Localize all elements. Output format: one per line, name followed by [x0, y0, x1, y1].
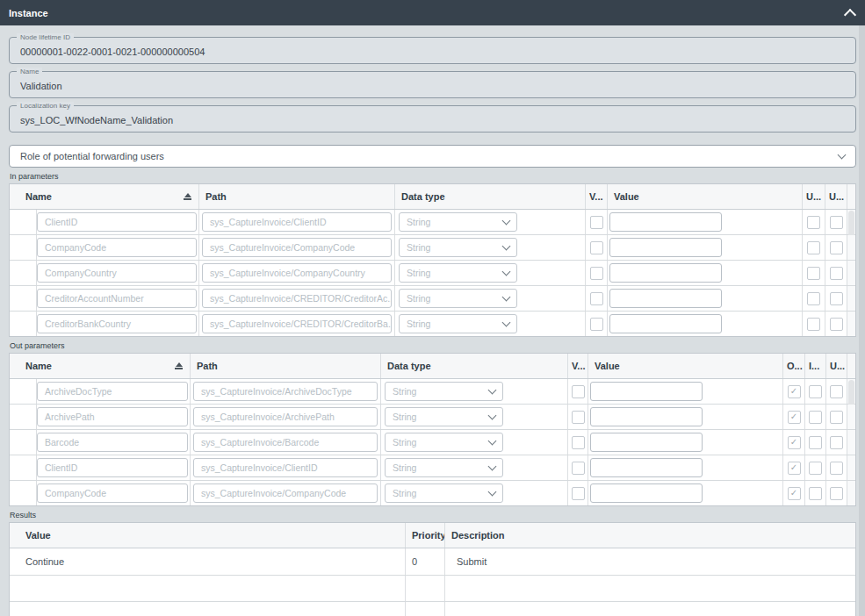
o-checkbox[interactable]	[788, 436, 801, 449]
param-path-input: sys_CaptureInvoice/CompanyCode	[202, 238, 392, 257]
u1-checkbox[interactable]	[807, 292, 820, 305]
u1-checkbox[interactable]	[807, 318, 820, 331]
v-checkbox[interactable]	[590, 267, 603, 280]
sort-icon[interactable]	[184, 193, 191, 200]
data-type-select: String	[385, 483, 503, 503]
v-checkbox[interactable]	[572, 385, 585, 398]
v-checkbox[interactable]	[572, 436, 585, 449]
table-scrollbar[interactable]	[847, 405, 855, 429]
table-scrollbar[interactable]	[847, 455, 855, 480]
collapse-chevron-up-icon[interactable]	[844, 8, 856, 20]
u2-checkbox[interactable]	[830, 241, 843, 254]
table-scrollbar[interactable]	[847, 210, 855, 234]
result-row[interactable]	[10, 601, 855, 616]
result-row[interactable]: Continue 0 Submit	[10, 548, 855, 575]
table-scrollbar[interactable]	[847, 261, 855, 285]
value-input[interactable]	[590, 433, 703, 452]
u-checkbox[interactable]	[830, 411, 843, 424]
v-checkbox[interactable]	[590, 318, 603, 331]
column-header-path[interactable]: Path	[190, 354, 380, 378]
column-header-priority[interactable]: Priority	[405, 523, 444, 548]
value-input[interactable]	[590, 458, 703, 477]
o-checkbox[interactable]	[788, 462, 801, 475]
i-checkbox[interactable]	[809, 411, 822, 424]
panel-content: Node lifetime ID 00000001-0022-0001-0021…	[0, 25, 865, 616]
column-header-name[interactable]: Name	[10, 184, 198, 209]
table-scrollbar[interactable]	[847, 430, 855, 455]
table-scrollbar[interactable]	[847, 286, 855, 311]
v-checkbox[interactable]	[590, 292, 603, 305]
scrollbar-thumb[interactable]	[848, 211, 854, 237]
column-header-v[interactable]: V...	[567, 354, 587, 378]
u-checkbox[interactable]	[830, 487, 843, 500]
u1-checkbox[interactable]	[807, 216, 820, 229]
v-checkbox[interactable]	[590, 241, 603, 254]
o-checkbox[interactable]	[788, 487, 801, 500]
param-name-input: CompanyCountry	[37, 263, 197, 283]
row-handle-cell	[10, 405, 36, 429]
column-header-value[interactable]: Value	[607, 184, 802, 209]
u1-checkbox[interactable]	[807, 241, 820, 254]
u-checkbox[interactable]	[830, 385, 843, 398]
value-input[interactable]	[609, 238, 722, 257]
panel-title: Instance	[9, 8, 48, 18]
name-value: Validation	[20, 81, 62, 91]
param-path-input: sys_CaptureInvoice/CompanyCountry	[202, 263, 392, 283]
i-checkbox[interactable]	[809, 436, 822, 449]
u2-checkbox[interactable]	[830, 216, 843, 229]
value-input[interactable]	[609, 263, 722, 283]
v-checkbox[interactable]	[572, 487, 585, 500]
i-checkbox[interactable]	[809, 385, 822, 398]
i-checkbox[interactable]	[809, 487, 822, 500]
window-scrollbar[interactable]	[859, 25, 865, 616]
table-scrollbar[interactable]	[847, 235, 855, 260]
value-input[interactable]	[590, 407, 703, 426]
chevron-down-icon	[502, 217, 511, 226]
value-input[interactable]	[609, 289, 722, 308]
result-value	[10, 602, 405, 616]
u2-checkbox[interactable]	[830, 267, 843, 280]
row-handle-cell	[10, 430, 36, 455]
column-header-data-type[interactable]: Data type	[394, 184, 585, 209]
node-lifetime-id-label: Node lifetime ID	[17, 33, 74, 41]
table-scrollbar[interactable]	[847, 312, 855, 336]
column-header-i[interactable]: I...	[804, 354, 825, 378]
table-row: CreditorAccountNumber sys_CaptureInvoice…	[10, 285, 855, 311]
column-header-u1[interactable]: U...	[802, 184, 825, 209]
forwarding-role-select[interactable]: Role of potential forwarding users	[9, 145, 856, 168]
column-header-u[interactable]: U...	[825, 354, 847, 378]
u-checkbox[interactable]	[830, 436, 843, 449]
v-checkbox[interactable]	[590, 216, 603, 229]
column-header-path[interactable]: Path	[198, 184, 394, 209]
u2-checkbox[interactable]	[830, 318, 843, 331]
column-header-name[interactable]: Name	[10, 354, 190, 378]
column-header-value[interactable]: Value	[587, 354, 782, 378]
column-header-o[interactable]: O...	[782, 354, 804, 378]
u-checkbox[interactable]	[830, 462, 843, 475]
table-row: ClientID sys_CaptureInvoice/ClientID Str…	[10, 210, 855, 234]
v-checkbox[interactable]	[572, 411, 585, 424]
sort-icon[interactable]	[175, 362, 183, 369]
value-input[interactable]	[609, 212, 722, 232]
o-checkbox[interactable]	[788, 385, 801, 398]
table-scrollbar[interactable]	[847, 379, 855, 404]
table-scrollbar[interactable]	[847, 481, 855, 505]
value-input[interactable]	[590, 483, 703, 503]
column-header-u2[interactable]: U...	[825, 184, 847, 209]
u1-checkbox[interactable]	[807, 267, 820, 280]
o-checkbox[interactable]	[788, 411, 801, 424]
column-header-v[interactable]: V...	[585, 184, 607, 209]
param-name-input: Barcode	[37, 433, 188, 452]
i-checkbox[interactable]	[809, 462, 822, 475]
value-input[interactable]	[609, 314, 722, 333]
u2-checkbox[interactable]	[830, 292, 843, 305]
panel-titlebar[interactable]: Instance	[0, 0, 865, 25]
result-row[interactable]	[10, 575, 855, 601]
param-path-input: sys_CaptureInvoice/ArchivePath	[193, 407, 378, 426]
column-header-data-type[interactable]: Data type	[380, 354, 567, 378]
column-header-value[interactable]: Value	[10, 523, 405, 548]
scrollbar-thumb[interactable]	[848, 380, 854, 406]
value-input[interactable]	[590, 382, 703, 401]
v-checkbox[interactable]	[572, 462, 585, 475]
column-header-description[interactable]: Description	[444, 523, 857, 548]
